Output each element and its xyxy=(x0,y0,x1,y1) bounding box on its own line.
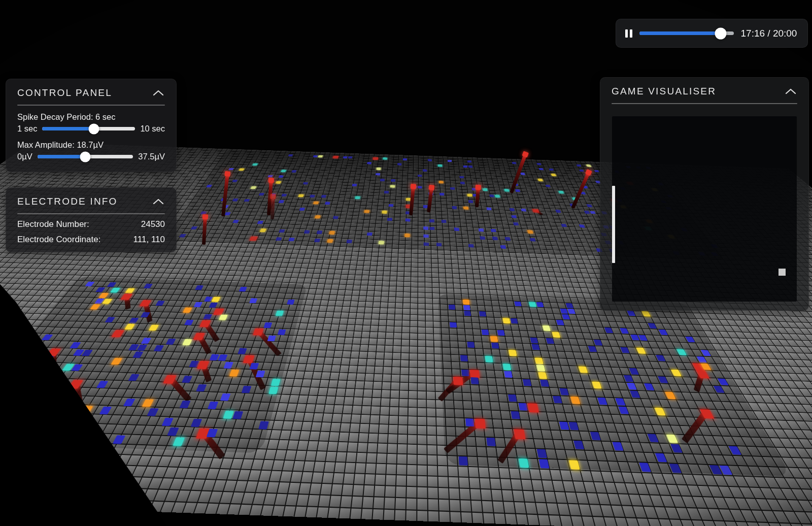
electrode xyxy=(298,194,304,197)
electrode xyxy=(551,174,556,176)
electrode xyxy=(390,185,395,187)
electrode xyxy=(383,157,387,159)
electrode xyxy=(514,301,522,306)
slider-min-label: 1 sec xyxy=(17,124,37,134)
slider-max-label: 37.5µV xyxy=(138,152,165,161)
electrode xyxy=(485,356,493,363)
divider xyxy=(17,213,165,214)
slider-min-label: 0µV xyxy=(17,152,32,161)
electrode xyxy=(536,163,542,165)
electrode xyxy=(504,371,513,378)
electrode xyxy=(465,418,474,426)
spike-decay-slider-row: 1 sec 10 sec xyxy=(17,124,165,134)
electrode xyxy=(468,244,474,247)
electrode xyxy=(468,200,473,203)
electrode xyxy=(384,191,389,193)
pong-game-area xyxy=(612,116,797,302)
max-amplitude-slider[interactable] xyxy=(38,155,133,158)
electrode xyxy=(405,218,411,221)
electrode xyxy=(520,173,525,175)
electrode xyxy=(418,175,422,177)
electrode xyxy=(450,322,457,327)
electrode xyxy=(463,300,470,305)
electrode xyxy=(314,239,320,242)
playback-time: 17:16 / 20:00 xyxy=(741,28,797,39)
electrode xyxy=(479,228,484,232)
electrode xyxy=(531,344,540,350)
playback-slider-fill xyxy=(639,31,721,35)
electrode xyxy=(325,202,330,205)
electrode xyxy=(489,194,494,197)
electrode xyxy=(576,165,581,167)
electrode xyxy=(367,162,371,164)
spike-tip xyxy=(411,184,417,189)
chevron-up-icon[interactable] xyxy=(784,87,797,95)
electrode xyxy=(321,195,326,198)
chevron-up-icon[interactable] xyxy=(152,198,165,206)
chevron-up-icon[interactable] xyxy=(152,89,165,97)
electrode xyxy=(304,230,310,234)
electrode xyxy=(543,325,551,331)
electrode xyxy=(459,456,468,466)
electrode xyxy=(387,218,392,221)
electrode xyxy=(467,342,475,348)
electrode xyxy=(317,231,323,234)
electrode xyxy=(346,240,352,243)
electrode xyxy=(482,330,489,335)
electrode xyxy=(495,195,500,198)
pong-ball xyxy=(779,269,786,276)
electrode xyxy=(424,242,429,246)
electrode-number-value: 24530 xyxy=(141,219,165,229)
electrode xyxy=(452,206,457,209)
electrode xyxy=(538,372,547,379)
control-panel-title: CONTROL PANEL xyxy=(17,87,112,98)
spiking-electrode xyxy=(333,156,339,158)
electrode xyxy=(291,170,296,173)
electrode xyxy=(376,173,380,176)
electrode xyxy=(555,210,561,213)
spike-tip xyxy=(224,171,230,177)
electrode-info-title: ELECTRODE INFO xyxy=(17,196,118,207)
slider-thumb[interactable] xyxy=(89,123,99,134)
electrode xyxy=(423,169,427,172)
electrode xyxy=(479,311,486,316)
electrode xyxy=(511,318,518,324)
electrode xyxy=(500,245,506,249)
slider-thumb[interactable] xyxy=(80,151,90,162)
electrode xyxy=(511,411,520,419)
electrode xyxy=(348,156,353,158)
electrode xyxy=(313,155,318,157)
spiking-electrode xyxy=(532,209,539,213)
electrode xyxy=(436,243,442,246)
spiking-electrode xyxy=(453,377,463,385)
electrode xyxy=(288,238,295,241)
electrode xyxy=(343,156,348,158)
electrode xyxy=(388,204,393,207)
electrode xyxy=(536,365,545,371)
electrode xyxy=(513,222,519,225)
spike-decay-slider[interactable] xyxy=(42,127,135,130)
electrode xyxy=(579,170,584,172)
playback-slider[interactable] xyxy=(639,31,734,35)
control-panel: CONTROL PANEL Spike Decay Period: 6 sec … xyxy=(6,79,177,172)
electrode xyxy=(486,438,496,446)
electrode xyxy=(490,336,498,342)
game-visualiser-panel: GAME VISUALISER xyxy=(600,77,809,311)
electrode xyxy=(523,379,532,386)
electrode xyxy=(463,166,467,168)
electrode xyxy=(491,229,496,233)
electrode xyxy=(454,227,459,231)
electrode xyxy=(313,202,319,205)
electrode xyxy=(521,209,526,212)
slider-fill xyxy=(38,155,85,158)
electrode xyxy=(537,449,547,458)
playback-slider-thumb[interactable] xyxy=(715,27,727,39)
pause-icon[interactable] xyxy=(625,29,632,38)
electrode xyxy=(538,168,544,171)
electrode xyxy=(327,239,333,243)
electrode xyxy=(486,207,491,210)
electrode xyxy=(540,380,549,387)
electrode xyxy=(461,370,469,376)
spiking-electrode xyxy=(373,157,379,160)
electrode xyxy=(463,207,468,210)
